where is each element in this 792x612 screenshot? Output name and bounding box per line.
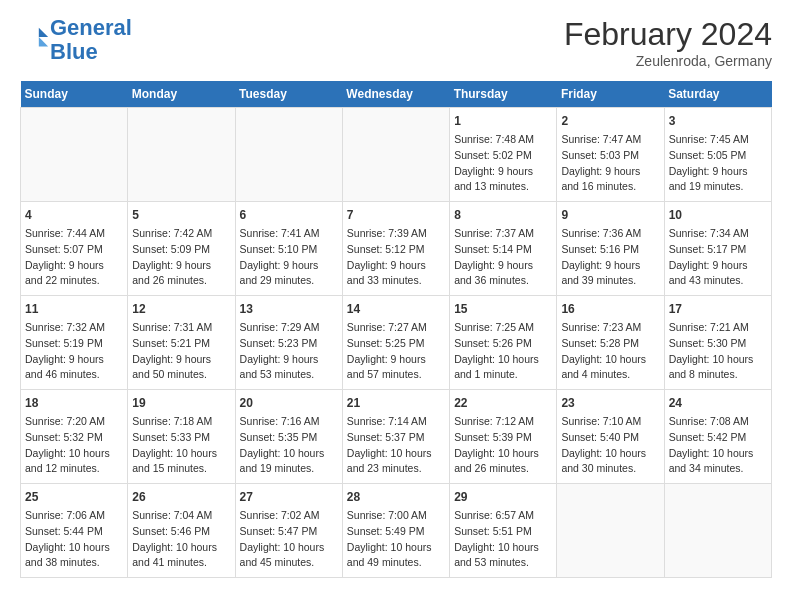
calendar-cell — [128, 108, 235, 202]
day-number: 29 — [454, 488, 552, 506]
calendar-cell: 23Sunrise: 7:10 AM Sunset: 5:40 PM Dayli… — [557, 390, 664, 484]
day-number: 23 — [561, 394, 659, 412]
day-number: 24 — [669, 394, 767, 412]
day-info: Sunrise: 7:02 AM Sunset: 5:47 PM Dayligh… — [240, 508, 338, 571]
header-tuesday: Tuesday — [235, 81, 342, 108]
day-info: Sunrise: 7:31 AM Sunset: 5:21 PM Dayligh… — [132, 320, 230, 383]
day-number: 10 — [669, 206, 767, 224]
calendar-cell: 28Sunrise: 7:00 AM Sunset: 5:49 PM Dayli… — [342, 484, 449, 578]
calendar-cell — [21, 108, 128, 202]
day-number: 6 — [240, 206, 338, 224]
day-number: 14 — [347, 300, 445, 318]
day-number: 16 — [561, 300, 659, 318]
day-number: 3 — [669, 112, 767, 130]
day-info: Sunrise: 7:32 AM Sunset: 5:19 PM Dayligh… — [25, 320, 123, 383]
day-info: Sunrise: 7:16 AM Sunset: 5:35 PM Dayligh… — [240, 414, 338, 477]
day-info: Sunrise: 7:04 AM Sunset: 5:46 PM Dayligh… — [132, 508, 230, 571]
day-number: 27 — [240, 488, 338, 506]
logo: General Blue — [20, 16, 132, 64]
calendar-cell: 3Sunrise: 7:45 AM Sunset: 5:05 PM Daylig… — [664, 108, 771, 202]
calendar-header: SundayMondayTuesdayWednesdayThursdayFrid… — [21, 81, 772, 108]
page-subtitle: Zeulenroda, Germany — [564, 53, 772, 69]
header-friday: Friday — [557, 81, 664, 108]
week-row-1: 4Sunrise: 7:44 AM Sunset: 5:07 PM Daylig… — [21, 202, 772, 296]
calendar-table: SundayMondayTuesdayWednesdayThursdayFrid… — [20, 81, 772, 578]
calendar-cell: 24Sunrise: 7:08 AM Sunset: 5:42 PM Dayli… — [664, 390, 771, 484]
calendar-cell: 1Sunrise: 7:48 AM Sunset: 5:02 PM Daylig… — [450, 108, 557, 202]
day-info: Sunrise: 7:20 AM Sunset: 5:32 PM Dayligh… — [25, 414, 123, 477]
calendar-cell: 7Sunrise: 7:39 AM Sunset: 5:12 PM Daylig… — [342, 202, 449, 296]
calendar-cell: 6Sunrise: 7:41 AM Sunset: 5:10 PM Daylig… — [235, 202, 342, 296]
day-number: 4 — [25, 206, 123, 224]
header-thursday: Thursday — [450, 81, 557, 108]
calendar-body: 1Sunrise: 7:48 AM Sunset: 5:02 PM Daylig… — [21, 108, 772, 578]
day-info: Sunrise: 7:00 AM Sunset: 5:49 PM Dayligh… — [347, 508, 445, 571]
day-number: 18 — [25, 394, 123, 412]
calendar-cell: 17Sunrise: 7:21 AM Sunset: 5:30 PM Dayli… — [664, 296, 771, 390]
day-info: Sunrise: 7:29 AM Sunset: 5:23 PM Dayligh… — [240, 320, 338, 383]
svg-marker-0 — [39, 28, 48, 37]
day-number: 20 — [240, 394, 338, 412]
calendar-cell: 4Sunrise: 7:44 AM Sunset: 5:07 PM Daylig… — [21, 202, 128, 296]
calendar-cell: 27Sunrise: 7:02 AM Sunset: 5:47 PM Dayli… — [235, 484, 342, 578]
day-number: 8 — [454, 206, 552, 224]
day-number: 28 — [347, 488, 445, 506]
calendar-cell: 9Sunrise: 7:36 AM Sunset: 5:16 PM Daylig… — [557, 202, 664, 296]
day-info: Sunrise: 7:41 AM Sunset: 5:10 PM Dayligh… — [240, 226, 338, 289]
calendar-cell: 2Sunrise: 7:47 AM Sunset: 5:03 PM Daylig… — [557, 108, 664, 202]
week-row-0: 1Sunrise: 7:48 AM Sunset: 5:02 PM Daylig… — [21, 108, 772, 202]
calendar-cell: 29Sunrise: 6:57 AM Sunset: 5:51 PM Dayli… — [450, 484, 557, 578]
day-number: 25 — [25, 488, 123, 506]
day-info: Sunrise: 7:48 AM Sunset: 5:02 PM Dayligh… — [454, 132, 552, 195]
calendar-cell: 21Sunrise: 7:14 AM Sunset: 5:37 PM Dayli… — [342, 390, 449, 484]
day-number: 22 — [454, 394, 552, 412]
day-number: 12 — [132, 300, 230, 318]
day-info: Sunrise: 7:34 AM Sunset: 5:17 PM Dayligh… — [669, 226, 767, 289]
day-number: 15 — [454, 300, 552, 318]
calendar-cell — [235, 108, 342, 202]
day-number: 11 — [25, 300, 123, 318]
page-header: General Blue February 2024 Zeulenroda, G… — [20, 16, 772, 69]
day-info: Sunrise: 7:06 AM Sunset: 5:44 PM Dayligh… — [25, 508, 123, 571]
header-sunday: Sunday — [21, 81, 128, 108]
calendar-cell: 16Sunrise: 7:23 AM Sunset: 5:28 PM Dayli… — [557, 296, 664, 390]
calendar-cell: 13Sunrise: 7:29 AM Sunset: 5:23 PM Dayli… — [235, 296, 342, 390]
calendar-cell: 8Sunrise: 7:37 AM Sunset: 5:14 PM Daylig… — [450, 202, 557, 296]
calendar-cell: 14Sunrise: 7:27 AM Sunset: 5:25 PM Dayli… — [342, 296, 449, 390]
day-number: 7 — [347, 206, 445, 224]
calendar-cell — [342, 108, 449, 202]
day-number: 1 — [454, 112, 552, 130]
week-row-4: 25Sunrise: 7:06 AM Sunset: 5:44 PM Dayli… — [21, 484, 772, 578]
day-info: Sunrise: 7:10 AM Sunset: 5:40 PM Dayligh… — [561, 414, 659, 477]
logo-line1: General — [50, 15, 132, 40]
day-number: 26 — [132, 488, 230, 506]
calendar-cell: 5Sunrise: 7:42 AM Sunset: 5:09 PM Daylig… — [128, 202, 235, 296]
calendar-cell: 25Sunrise: 7:06 AM Sunset: 5:44 PM Dayli… — [21, 484, 128, 578]
calendar-cell: 20Sunrise: 7:16 AM Sunset: 5:35 PM Dayli… — [235, 390, 342, 484]
week-row-3: 18Sunrise: 7:20 AM Sunset: 5:32 PM Dayli… — [21, 390, 772, 484]
day-info: Sunrise: 7:25 AM Sunset: 5:26 PM Dayligh… — [454, 320, 552, 383]
day-info: Sunrise: 7:23 AM Sunset: 5:28 PM Dayligh… — [561, 320, 659, 383]
day-number: 21 — [347, 394, 445, 412]
day-number: 2 — [561, 112, 659, 130]
day-info: Sunrise: 7:39 AM Sunset: 5:12 PM Dayligh… — [347, 226, 445, 289]
header-row: SundayMondayTuesdayWednesdayThursdayFrid… — [21, 81, 772, 108]
day-info: Sunrise: 7:47 AM Sunset: 5:03 PM Dayligh… — [561, 132, 659, 195]
header-monday: Monday — [128, 81, 235, 108]
calendar-cell: 10Sunrise: 7:34 AM Sunset: 5:17 PM Dayli… — [664, 202, 771, 296]
day-number: 9 — [561, 206, 659, 224]
day-info: Sunrise: 7:45 AM Sunset: 5:05 PM Dayligh… — [669, 132, 767, 195]
day-info: Sunrise: 7:08 AM Sunset: 5:42 PM Dayligh… — [669, 414, 767, 477]
day-number: 19 — [132, 394, 230, 412]
logo-icon — [22, 24, 50, 52]
week-row-2: 11Sunrise: 7:32 AM Sunset: 5:19 PM Dayli… — [21, 296, 772, 390]
day-info: Sunrise: 7:37 AM Sunset: 5:14 PM Dayligh… — [454, 226, 552, 289]
day-info: Sunrise: 7:21 AM Sunset: 5:30 PM Dayligh… — [669, 320, 767, 383]
calendar-cell — [664, 484, 771, 578]
logo-text: General Blue — [50, 16, 132, 64]
header-saturday: Saturday — [664, 81, 771, 108]
day-info: Sunrise: 7:36 AM Sunset: 5:16 PM Dayligh… — [561, 226, 659, 289]
calendar-cell: 26Sunrise: 7:04 AM Sunset: 5:46 PM Dayli… — [128, 484, 235, 578]
calendar-cell: 11Sunrise: 7:32 AM Sunset: 5:19 PM Dayli… — [21, 296, 128, 390]
day-info: Sunrise: 6:57 AM Sunset: 5:51 PM Dayligh… — [454, 508, 552, 571]
